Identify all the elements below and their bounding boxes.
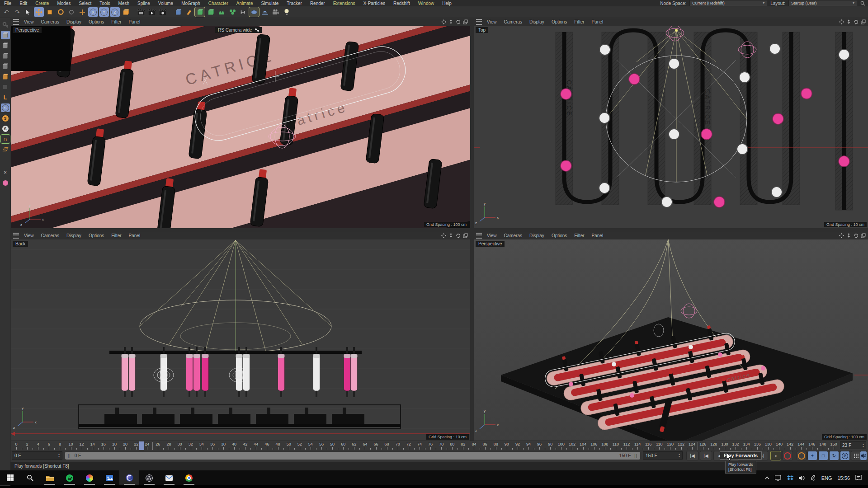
viewport-render-vp2[interactable]: CATRICECATRICExyz <box>474 26 868 228</box>
record-rotation-button[interactable]: ↻ <box>829 451 839 460</box>
play-sound-button[interactable] <box>860 451 867 460</box>
viewport-menu-panel[interactable]: Panel <box>125 233 144 238</box>
viewport-menu-icon[interactable] <box>476 19 482 25</box>
viewport-menu-icon[interactable] <box>13 19 19 25</box>
tray-dropbox-icon[interactable] <box>787 475 793 481</box>
menu-mesh[interactable]: Mesh <box>114 1 133 6</box>
viewport-pan-icon[interactable] <box>839 19 844 24</box>
menu-tracker[interactable]: Tracker <box>283 1 306 6</box>
connector-icon[interactable] <box>238 7 248 17</box>
viewport-menu-display[interactable]: Display <box>526 233 548 238</box>
light-icon[interactable] <box>282 7 292 17</box>
viewport-menu-panel[interactable]: Panel <box>588 233 607 238</box>
viewport-menu-options[interactable]: Options <box>85 233 108 238</box>
viewport-menu-filter[interactable]: Filter <box>108 233 125 238</box>
viewport-dolly-icon[interactable] <box>846 19 851 24</box>
autokey-button[interactable] <box>797 451 807 460</box>
model-mode-icon[interactable] <box>1 31 10 39</box>
search-icon[interactable] <box>860 1 865 6</box>
viewport-maximize-icon[interactable] <box>861 19 866 24</box>
points-mode-icon[interactable] <box>1 52 10 60</box>
viewport-rotate-icon[interactable] <box>854 19 859 24</box>
taskbar-search-icon[interactable] <box>20 470 40 485</box>
viewport-maximize-icon[interactable] <box>463 233 468 238</box>
rotate-tool-icon[interactable] <box>56 7 66 17</box>
scale-tool-icon[interactable] <box>45 7 55 17</box>
menu-x-particles[interactable]: X-Particles <box>359 1 389 6</box>
prev-key-button[interactable]: |◀ <box>700 451 712 460</box>
viewport-menu-display[interactable]: Display <box>63 19 85 24</box>
move-tool-icon[interactable] <box>34 7 44 17</box>
menu-edit[interactable]: Edit <box>15 1 31 6</box>
viewport-pan-icon[interactable] <box>441 19 446 24</box>
asset-key-icon[interactable] <box>1 20 10 29</box>
viewport-menu-view[interactable]: View <box>483 19 500 24</box>
spline-pen-icon[interactable] <box>184 7 194 17</box>
taskbar-cinema4d-icon[interactable] <box>119 470 139 485</box>
viewport-menu-options[interactable]: Options <box>548 233 571 238</box>
render-picture-viewer-icon[interactable] <box>147 7 157 17</box>
viewport-menu-cameras[interactable]: Cameras <box>38 233 63 238</box>
viewport-dolly-icon[interactable] <box>448 19 453 24</box>
record-scale-button[interactable]: □ <box>818 451 828 460</box>
object-mode-icon[interactable] <box>1 83 10 91</box>
solo-off-icon[interactable]: S <box>1 103 10 112</box>
viewport-render-vp4[interactable]: catricexyz <box>474 239 868 441</box>
coord-system-icon[interactable] <box>121 7 131 17</box>
layout-select[interactable]: Startup (User)▾ <box>788 0 857 6</box>
floor-icon[interactable] <box>260 7 270 17</box>
taskbar-obs-icon[interactable] <box>139 470 159 485</box>
live-select-icon[interactable] <box>23 7 33 17</box>
scrubber-grip-icon[interactable]: || <box>68 454 71 458</box>
node-space-select[interactable]: Current (Redshift)▾ <box>689 0 767 6</box>
render-settings-icon[interactable] <box>158 7 168 17</box>
viewport-pan-icon[interactable] <box>839 233 844 238</box>
add-cube-icon[interactable] <box>173 7 183 17</box>
render-view-icon[interactable] <box>136 7 146 17</box>
range-start-field[interactable]: 0 F ▴▾ <box>12 451 62 460</box>
solo-single-icon[interactable]: S <box>1 114 10 122</box>
last-tool-icon[interactable] <box>66 7 76 17</box>
edges-mode-icon[interactable] <box>1 62 10 70</box>
menu-volume[interactable]: Volume <box>154 1 177 6</box>
record-position-button[interactable]: + <box>807 451 817 460</box>
viewport-menu-display[interactable]: Display <box>63 233 85 238</box>
viewport-menu-icon[interactable] <box>13 233 19 239</box>
record-point-level-button[interactable] <box>851 451 861 460</box>
deformer-icon[interactable] <box>217 7 226 17</box>
viewport-dolly-icon[interactable] <box>846 233 851 238</box>
polygons-mode-icon[interactable] <box>1 72 10 81</box>
camera-icon[interactable] <box>271 7 281 17</box>
lock-x-icon[interactable]: X <box>88 7 98 17</box>
viewport-menu-icon[interactable] <box>476 233 482 239</box>
generator-icon[interactable] <box>206 7 216 17</box>
tray-volume-icon[interactable] <box>799 475 805 481</box>
menu-simulate[interactable]: Simulate <box>257 1 283 6</box>
menu-spline[interactable]: Spline <box>133 1 154 6</box>
viewport-rotate-icon[interactable] <box>854 233 859 238</box>
taskbar-media-app-icon[interactable] <box>80 470 99 485</box>
menu-mograph[interactable]: MoGraph <box>177 1 204 6</box>
menu-file[interactable]: File <box>0 1 15 6</box>
menu-animate[interactable]: Animate <box>232 1 257 6</box>
menu-select[interactable]: Select <box>75 1 95 6</box>
viewport-rotate-icon[interactable] <box>456 19 461 24</box>
lock-y-icon[interactable]: Y <box>99 7 109 17</box>
menu-extensions[interactable]: Extensions <box>329 1 359 6</box>
menu-create[interactable]: Create <box>31 1 53 6</box>
viewport-menu-options[interactable]: Options <box>85 19 108 24</box>
viewport-maximize-icon[interactable] <box>463 19 468 24</box>
spinner-arrows-icon[interactable]: ▴▾ <box>863 443 864 448</box>
material-swatch-icon[interactable] <box>1 178 10 187</box>
menu-character[interactable]: Character <box>204 1 232 6</box>
timeline-ruler[interactable]: 23 F ▴▾ 02468101214161820222426283032343… <box>11 441 868 450</box>
viewport-pan-icon[interactable] <box>441 233 446 238</box>
texture-mode-icon[interactable] <box>1 41 10 50</box>
workplane-icon[interactable] <box>1 145 10 154</box>
viewport-menu-filter[interactable]: Filter <box>108 19 125 24</box>
viewport-dolly-icon[interactable] <box>448 233 453 238</box>
close-icon[interactable]: × <box>1 168 10 177</box>
subdivision-surface-icon[interactable] <box>195 7 205 17</box>
modeling-axis-icon[interactable] <box>77 7 87 17</box>
viewport-menu-filter[interactable]: Filter <box>571 233 588 238</box>
